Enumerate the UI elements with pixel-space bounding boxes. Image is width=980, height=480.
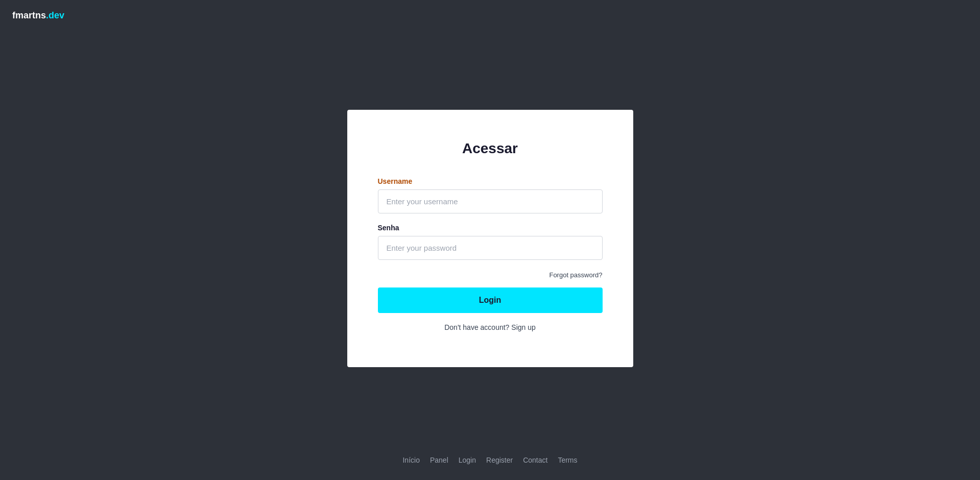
footer-nav-link[interactable]: Contact bbox=[523, 456, 547, 464]
password-label: Senha bbox=[378, 224, 603, 232]
logo-accent-text: .dev bbox=[46, 10, 64, 21]
footer: InícioPanelLoginRegisterContactTerms bbox=[0, 445, 980, 480]
password-group: Senha bbox=[378, 224, 603, 260]
card-title: Acessar bbox=[378, 140, 603, 157]
footer-nav-link[interactable]: Register bbox=[486, 456, 513, 464]
signup-text-container: Don't have account? Sign up bbox=[378, 323, 603, 331]
username-label: Username bbox=[378, 177, 603, 185]
footer-nav-link[interactable]: Início bbox=[402, 456, 419, 464]
username-group: Username bbox=[378, 177, 603, 213]
footer-nav-item: Terms bbox=[558, 455, 577, 465]
forgot-password-container: Forgot password? bbox=[378, 270, 603, 279]
username-input[interactable] bbox=[378, 189, 603, 213]
footer-nav-link[interactable]: Login bbox=[459, 456, 476, 464]
forgot-password-link[interactable]: Forgot password? bbox=[549, 271, 602, 279]
footer-nav-item: Contact bbox=[523, 455, 547, 465]
footer-nav-link[interactable]: Panel bbox=[430, 456, 448, 464]
footer-nav-item: Login bbox=[459, 455, 476, 465]
signup-link[interactable]: Sign up bbox=[511, 323, 535, 331]
footer-nav-item: Register bbox=[486, 455, 513, 465]
login-card: Acessar Username Senha Forgot password? … bbox=[347, 110, 633, 367]
footer-nav-item: Panel bbox=[430, 455, 448, 465]
main-content: Acessar Username Senha Forgot password? … bbox=[0, 31, 980, 445]
login-form: Username Senha Forgot password? Login Do… bbox=[378, 177, 603, 331]
footer-nav-item: Início bbox=[402, 455, 419, 465]
login-button[interactable]: Login bbox=[378, 287, 603, 313]
signup-prompt-text: Don't have account? bbox=[444, 323, 509, 331]
footer-nav-link[interactable]: Terms bbox=[558, 456, 577, 464]
header: fmartns.dev bbox=[0, 0, 980, 31]
logo-main-text: fmartns bbox=[12, 10, 46, 21]
footer-nav: InícioPanelLoginRegisterContactTerms bbox=[0, 455, 980, 465]
logo-link[interactable]: fmartns.dev bbox=[12, 11, 64, 20]
password-input[interactable] bbox=[378, 236, 603, 260]
